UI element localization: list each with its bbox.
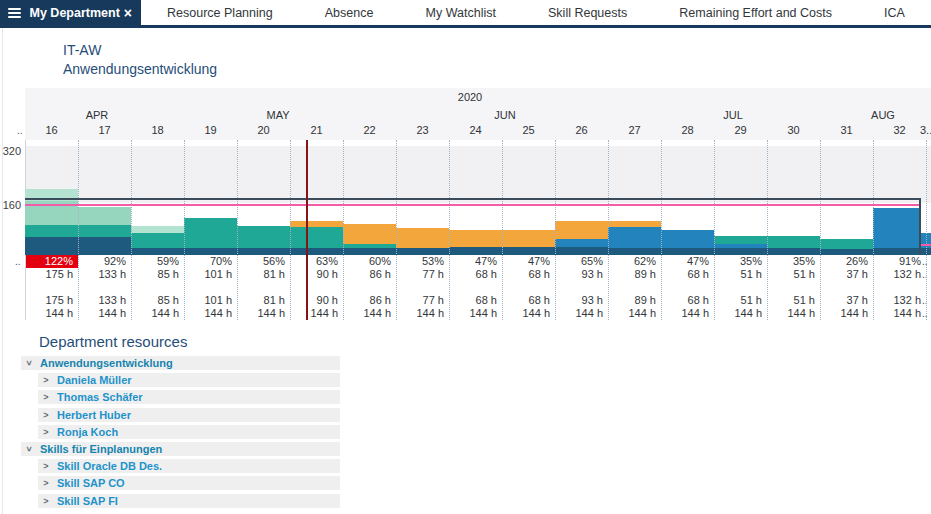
- chevron-right-icon[interactable]: >: [41, 478, 51, 488]
- tab-absence[interactable]: Absence: [325, 6, 374, 20]
- tree-item-label: Skill SAP FI: [57, 495, 118, 507]
- gridline: [767, 140, 768, 320]
- year-label: 2020: [458, 91, 482, 103]
- bar-segment-blue: [555, 239, 608, 247]
- utilization-hours-cell: 101 h: [184, 268, 237, 281]
- close-tab-icon[interactable]: ×: [124, 6, 132, 20]
- capacity-hours-cell: 144 h: [290, 307, 343, 320]
- tab-resource-planning[interactable]: Resource Planning: [167, 6, 273, 20]
- bar-segment-dark: [767, 248, 820, 255]
- month-label-may: MAY: [266, 109, 289, 121]
- bar-week-18[interactable]: [131, 226, 184, 255]
- tab-bar: Resource PlanningAbsenceMy WatchlistSkil…: [0, 0, 931, 28]
- bar-week-29[interactable]: [714, 236, 767, 255]
- bar-segment-dark: [131, 248, 184, 255]
- bar-segment-teal: [25, 225, 78, 237]
- utilization-percent-cell: 26%: [820, 255, 873, 268]
- bar-segment-teal: [131, 233, 184, 248]
- chevron-right-icon[interactable]: >: [41, 410, 51, 420]
- tree-item-thomas-sch-fer[interactable]: >Thomas Schäfer: [38, 390, 340, 404]
- tab-remaining-effort-and-costs[interactable]: Remaining Effort and Costs: [679, 6, 832, 20]
- capacity-hours-cell: 144 h: [131, 307, 184, 320]
- week-label-26: 26: [555, 124, 608, 136]
- utilization-hours-cell: 133 h: [78, 268, 131, 281]
- chevron-down-icon[interactable]: >: [24, 444, 34, 454]
- week-label-17: 17: [78, 124, 131, 136]
- bar-segment-orange: [502, 230, 555, 247]
- tab-skill-requests[interactable]: Skill Requests: [548, 6, 627, 20]
- capacity-hours-cell: 144 h: [820, 307, 873, 320]
- bar-segment-dark: [184, 248, 237, 255]
- bar-week-24[interactable]: [449, 230, 502, 255]
- gridline: [449, 140, 450, 320]
- planned-hours-cell: 37 h: [820, 294, 873, 307]
- tree-item-skills-f-r-einplanungen[interactable]: >Skills für Einplanungen: [21, 442, 340, 456]
- utilization-hours-row: 175 h133 h85 h101 h81 h90 h86 h77 h68 h6…: [0, 268, 931, 281]
- bar-week-31[interactable]: [820, 239, 873, 255]
- capacity-hours-cell: 144 h: [767, 307, 820, 320]
- bar-week-28[interactable]: [661, 230, 714, 255]
- bar-week-23[interactable]: [396, 228, 449, 255]
- bar-segment-dark: [78, 237, 131, 255]
- bar-week-19[interactable]: [184, 218, 237, 255]
- bar-week-27[interactable]: [608, 221, 661, 255]
- tree-item-herbert-huber[interactable]: >Herbert Huber: [38, 408, 340, 422]
- tree-item-skill-oracle-db-des-[interactable]: >Skill Oracle DB Des.: [38, 459, 340, 473]
- tab-my-watchlist[interactable]: My Watchlist: [426, 6, 496, 20]
- chevron-right-icon[interactable]: >: [41, 496, 51, 506]
- bar-week-26[interactable]: [555, 221, 608, 255]
- tree-item-skill-sap-fi[interactable]: >Skill SAP FI: [38, 494, 340, 508]
- chevron-right-icon[interactable]: >: [41, 375, 51, 385]
- resources-tree: >Anwendungsentwicklung>Daniela Müller>Th…: [0, 356, 360, 514]
- tab-ica[interactable]: ICA: [884, 6, 905, 20]
- active-tab-label: My Department: [30, 6, 120, 20]
- week-label-24: 24: [449, 124, 502, 136]
- utilization-percent-cell: 62%: [608, 255, 661, 268]
- tree-item-ronja-koch[interactable]: >Ronja Koch: [38, 425, 340, 439]
- planned-hours-cell: 68 h: [502, 294, 555, 307]
- chevron-right-icon[interactable]: >: [41, 392, 51, 402]
- gridline: [396, 140, 397, 320]
- week-label-29: 29: [714, 124, 767, 136]
- week-label-27: 27: [608, 124, 661, 136]
- week-label-32: 32: [873, 124, 926, 136]
- bar-week-22[interactable]: [343, 224, 396, 255]
- capacity-line: [25, 198, 919, 200]
- capacity-hours-cell: 144 h: [502, 307, 555, 320]
- bar-segment-blue: [661, 230, 714, 248]
- chevron-right-icon[interactable]: >: [41, 461, 51, 471]
- bar-week-25[interactable]: [502, 230, 555, 255]
- bar-segment-teal: [78, 225, 131, 237]
- bar-segment-orange: [343, 224, 396, 244]
- bar-week-30[interactable]: [767, 236, 820, 255]
- gridline: [343, 140, 344, 320]
- planned-hours-cell: 89 h: [608, 294, 661, 307]
- utilization-percent-cell: 35%: [714, 255, 767, 268]
- bar-week-20[interactable]: [237, 226, 290, 255]
- y-tick-320: 320: [0, 145, 21, 157]
- bar-week-17[interactable]: [78, 207, 131, 255]
- chevron-right-icon[interactable]: >: [41, 427, 51, 437]
- gridline: [184, 140, 185, 320]
- bar-segment-dark: [820, 249, 873, 255]
- planned-hours-cell: 81 h: [237, 294, 290, 307]
- hamburger-menu-icon[interactable]: [8, 8, 21, 18]
- planned-hours-cell: 101 h: [184, 294, 237, 307]
- bar-segment-teal: [714, 236, 767, 244]
- tab-my-department[interactable]: My Department ×: [0, 0, 141, 25]
- tree-item-daniela-m-ller[interactable]: >Daniela Müller: [38, 373, 340, 387]
- utilization-hours-cell: 51 h: [714, 268, 767, 281]
- tree-item-skill-sap-co[interactable]: >Skill SAP CO: [38, 476, 340, 490]
- planned-hours-cell: 175 h: [25, 294, 78, 307]
- chevron-down-icon[interactable]: >: [24, 358, 34, 368]
- utilization-percent-cell: 53%: [396, 255, 449, 268]
- bar-week-32[interactable]: [873, 208, 919, 255]
- gridline: [237, 140, 238, 320]
- utilization-hours-cell: 85 h: [131, 268, 184, 281]
- bar-segment-mint: [78, 207, 131, 225]
- tree-item-anwendungsentwicklung[interactable]: >Anwendungsentwicklung: [21, 356, 340, 370]
- week-label-23: 23: [396, 124, 449, 136]
- bar-week-21[interactable]: [290, 221, 343, 255]
- tree-item-label: Ronja Koch: [57, 426, 118, 438]
- spacer-row: [0, 281, 931, 294]
